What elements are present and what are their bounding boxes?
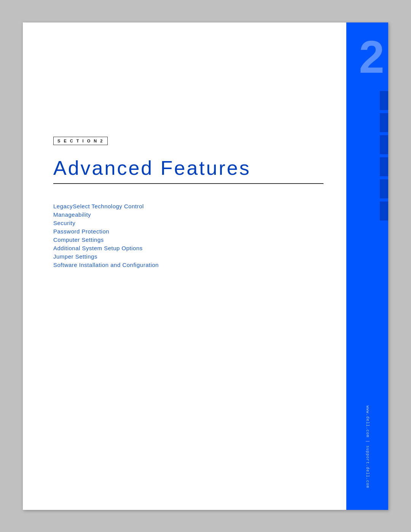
right-sidebar: 2 www.dell.com | support.dell.com bbox=[346, 22, 388, 510]
sidebar-url: www.dell.com | support.dell.com bbox=[365, 405, 370, 488]
list-item: Password Protection bbox=[53, 228, 323, 235]
page-title: Advanced Features bbox=[53, 157, 323, 184]
sidebar-tab-6 bbox=[380, 201, 388, 220]
toc-link-jumper[interactable]: Jumper Settings bbox=[53, 253, 97, 260]
table-of-contents: LegacySelect Technology Control Manageab… bbox=[53, 203, 323, 268]
toc-link-additional[interactable]: Additional System Setup Options bbox=[53, 245, 143, 251]
sidebar-tabs bbox=[380, 91, 388, 220]
list-item: Additional System Setup Options bbox=[53, 245, 323, 252]
list-item: Security bbox=[53, 220, 323, 227]
toc-link-security[interactable]: Security bbox=[53, 220, 75, 226]
page-container: S E C T I O N 2 Advanced Features Legacy… bbox=[23, 22, 388, 510]
sidebar-section-number: 2 bbox=[359, 34, 384, 80]
toc-link-legacyselect[interactable]: LegacySelect Technology Control bbox=[53, 203, 144, 209]
list-item: Software Installation and Configuration bbox=[53, 262, 323, 268]
sidebar-tab-3 bbox=[380, 135, 388, 154]
toc-link-computer-settings[interactable]: Computer Settings bbox=[53, 236, 104, 243]
toc-link-password[interactable]: Password Protection bbox=[53, 228, 109, 235]
toc-link-manageability[interactable]: Manageability bbox=[53, 211, 91, 218]
list-item: Manageability bbox=[53, 211, 323, 218]
sidebar-tab-1 bbox=[380, 91, 388, 110]
list-item: Jumper Settings bbox=[53, 253, 323, 260]
section-label: S E C T I O N 2 bbox=[53, 137, 108, 145]
toc-link-software[interactable]: Software Installation and Configuration bbox=[53, 262, 159, 268]
main-content: S E C T I O N 2 Advanced Features Legacy… bbox=[23, 22, 346, 510]
sidebar-tab-4 bbox=[380, 157, 388, 176]
sidebar-tab-2 bbox=[380, 113, 388, 132]
list-item: Computer Settings bbox=[53, 236, 323, 243]
sidebar-tab-5 bbox=[380, 179, 388, 198]
list-item: LegacySelect Technology Control bbox=[53, 203, 323, 210]
